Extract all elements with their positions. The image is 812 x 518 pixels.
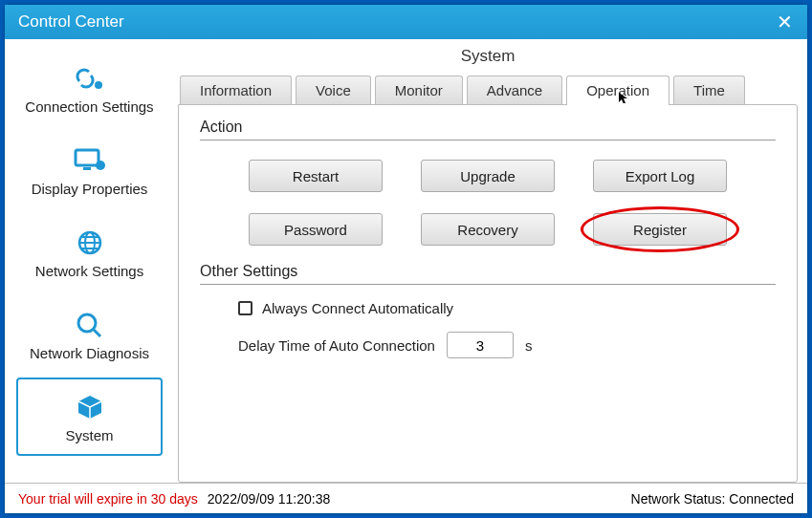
tab-information[interactable]: Information: [180, 76, 292, 104]
window: Control Center ✕ Connection Settings Dis…: [5, 5, 807, 513]
sidebar-item-label: Display Properties: [32, 181, 148, 197]
sidebar-item-system[interactable]: System: [16, 378, 163, 456]
tab-monitor[interactable]: Monitor: [375, 76, 463, 104]
sidebar-item-label: Network Settings: [35, 263, 143, 279]
auto-connect-checkbox[interactable]: [238, 301, 252, 315]
trial-warning: Your trial will expire in 30 days: [18, 491, 198, 507]
auto-connect-row: Always Connect Automatically: [238, 300, 776, 316]
other-settings: Always Connect Automatically Delay Time …: [200, 300, 776, 358]
monitor-icon: [70, 144, 110, 177]
restart-button[interactable]: Restart: [249, 160, 383, 192]
tab-time[interactable]: Time: [673, 76, 745, 104]
magnifier-icon: [70, 309, 110, 341]
main: System Information Voice Monitor Advance…: [174, 39, 807, 483]
status-timestamp: 2022/09/09 11:20:38: [208, 491, 330, 507]
tab-voice[interactable]: Voice: [296, 76, 371, 104]
body: Connection Settings Display Properties N…: [5, 39, 807, 483]
svg-rect-2: [83, 167, 91, 170]
export-log-button[interactable]: Export Log: [593, 160, 727, 192]
sidebar-item-label: Connection Settings: [25, 98, 153, 115]
register-button[interactable]: Register: [593, 213, 727, 246]
delay-unit: s: [525, 337, 533, 354]
statusbar: Your trial will expire in 30 days 2022/0…: [5, 483, 807, 513]
svg-point-9: [78, 314, 96, 332]
delay-row: Delay Time of Auto Connection s: [238, 332, 776, 358]
divider: [200, 140, 776, 140]
recovery-button[interactable]: Recovery: [421, 213, 555, 246]
titlebar: Control Center ✕: [5, 5, 807, 39]
link-icon: [70, 62, 110, 95]
sidebar-item-label: Network Diagnosis: [30, 345, 149, 361]
svg-point-0: [95, 81, 102, 89]
section-title-action: Action: [200, 119, 776, 136]
close-icon: ✕: [777, 11, 793, 33]
action-buttons: Restart Upgrade Export Log Password Reco…: [200, 156, 776, 263]
sidebar-item-connection-settings[interactable]: Connection Settings: [16, 49, 163, 127]
globe-icon: [70, 227, 110, 259]
sidebar-item-display-properties[interactable]: Display Properties: [16, 131, 163, 209]
page-title: System: [178, 39, 798, 76]
sidebar: Connection Settings Display Properties N…: [5, 39, 174, 483]
window-title: Control Center: [18, 12, 124, 32]
auto-connect-label: Always Connect Automatically: [262, 300, 453, 316]
sidebar-item-label: System: [65, 427, 113, 443]
tab-operation[interactable]: Operation: [566, 76, 669, 104]
tab-label: Operation: [586, 82, 649, 98]
tab-bar: Information Voice Monitor Advance Operat…: [178, 76, 798, 104]
upgrade-button[interactable]: Upgrade: [421, 160, 555, 192]
cube-icon: [70, 391, 110, 423]
sidebar-item-network-settings[interactable]: Network Settings: [16, 213, 163, 291]
password-button[interactable]: Password: [249, 213, 383, 246]
divider: [200, 284, 776, 285]
delay-input[interactable]: [447, 332, 514, 358]
section-title-other: Other Settings: [200, 263, 776, 280]
tab-panel: Action Restart Upgrade Export Log Passwo…: [178, 104, 798, 483]
network-status: Network Status: Connected: [631, 491, 794, 507]
delay-label: Delay Time of Auto Connection: [238, 337, 435, 354]
svg-line-10: [94, 330, 100, 336]
sidebar-item-network-diagnosis[interactable]: Network Diagnosis: [16, 295, 163, 374]
svg-rect-1: [76, 150, 99, 165]
close-button[interactable]: ✕: [771, 9, 798, 35]
tab-advance[interactable]: Advance: [467, 76, 562, 104]
svg-point-3: [96, 161, 105, 170]
